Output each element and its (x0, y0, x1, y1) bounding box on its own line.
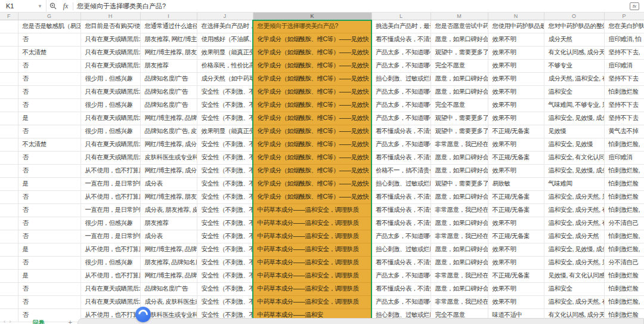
cell-H1[interactable]: 您目前是否有购买/使用美 (80, 20, 140, 33)
cell-N4[interactable]: 效果不明 (488, 59, 544, 72)
cell-P16[interactable]: 分不清自己 (604, 217, 644, 230)
cell-F20[interactable] (0, 269, 18, 282)
cell-N2[interactable]: 效果不明 (488, 33, 544, 46)
cell-H4[interactable]: 只有在夏天或晒黑后才 (80, 59, 140, 72)
cell-M18[interactable]: 愿意，如果口碑好会尝 (431, 243, 488, 256)
cell-F22[interactable] (0, 295, 18, 308)
cell-O7[interactable]: 气味难闻, 不够专业, 见 (544, 98, 604, 112)
cell-G1[interactable]: 您是否是敏感肌（易泛红 (18, 20, 80, 33)
cell-P10[interactable]: 怕刺激烂脸, (604, 138, 644, 151)
cell-P1[interactable]: 您在美白护肤 (604, 20, 644, 33)
cell-F17[interactable] (0, 230, 18, 243)
cell-N10[interactable]: 效果不明 (488, 138, 544, 151)
cell-O16[interactable]: 温和安全, 成分天然, 有 (544, 217, 604, 230)
cell-F9[interactable] (0, 125, 18, 138)
cell-J18[interactable]: 安全性（不刺激、不致 (197, 243, 253, 256)
cell-J15[interactable]: 安全性（不刺激、不致 (197, 203, 253, 217)
cell-P13[interactable]: 怕刺激烂脸 (604, 177, 644, 190)
cell-G5[interactable]: 否 (18, 72, 80, 85)
cell-F14[interactable] (0, 190, 18, 203)
cell-L16[interactable]: 看不懂成分表，不清楚 (371, 217, 431, 230)
cell-G10[interactable]: 不太清楚 (18, 138, 80, 151)
cell-F1[interactable] (0, 20, 18, 33)
cell-N13[interactable]: 易致敏 (488, 177, 544, 190)
cell-M20[interactable]: 非常愿意，我已经在使 (431, 269, 488, 282)
cell-O13[interactable]: 气味难闻 (544, 177, 604, 190)
cell-P5[interactable]: 坚持不下去 (604, 72, 644, 85)
cell-J6[interactable]: 安全性（不刺激、不致 (197, 85, 253, 98)
cell-L4[interactable]: 产品太多，不知道哪个 (371, 59, 431, 72)
cell-J20[interactable]: 安全性（不刺激、不致 (197, 269, 253, 282)
cell-J22[interactable]: 安全性（不刺激、不致 (197, 295, 253, 308)
cell-L6[interactable]: 产品太多，不知道哪个 (371, 85, 431, 98)
cell-M14[interactable]: 愿意，如果口碑好会尝 (431, 190, 488, 203)
cell-M15[interactable]: 非常愿意，我已经在使 (431, 203, 488, 217)
cell-J21[interactable]: 安全性（不刺激、不致 (197, 282, 253, 295)
cell-P7[interactable]: 坚持不下去 (604, 98, 644, 112)
cell-M4[interactable]: 完全不愿意 (431, 59, 488, 72)
cell-O10[interactable]: 温和安全, 见效慢 (544, 138, 604, 151)
cell-M5[interactable]: 愿意，如果口碑好会尝 (431, 72, 488, 85)
cell-O14[interactable]: 温和安全, 成分天然, 见 (544, 190, 604, 203)
cell-I13[interactable]: 成分表 (140, 177, 197, 190)
cell-L17[interactable]: 产品太多，不知道哪个 (371, 230, 431, 243)
cell-N19[interactable]: 效果不明 (488, 256, 544, 269)
cell-J8[interactable]: 安全性（不刺激、不致 (197, 112, 253, 125)
cell-I15[interactable]: 成分表, 朋友推荐, 皮肤 (140, 203, 197, 217)
cell-I1[interactable]: 您通常通过什么途径决定 (140, 20, 197, 33)
name-box[interactable]: K1 ▼ (0, 0, 47, 13)
cell-O5[interactable]: 成分天然, 温和安全, 有 (544, 72, 604, 85)
cell-H5[interactable]: 很少用，但感兴趣 (80, 72, 140, 85)
cell-I19[interactable]: 朋友推荐, 品牌知名度/ (140, 256, 197, 269)
cell-F11[interactable] (0, 151, 18, 164)
cell-I8[interactable]: 网红/博主推荐, 品牌知 (140, 112, 197, 125)
cell-L12[interactable]: 价格不一，搞不清贵价 (371, 164, 431, 177)
formula-bar-toggle-icon[interactable]: fx (630, 2, 639, 10)
cell-O21[interactable]: 温和安全 (544, 282, 604, 295)
cell-K16[interactable]: 中药草本成分——温和安全，调理肤质 (253, 217, 371, 230)
cell-I17[interactable]: 成分表 (140, 230, 197, 243)
column-header-H[interactable]: H (80, 13, 140, 20)
cell-O12[interactable]: 温和安全, 见效慢, 成分 (544, 164, 604, 177)
cell-I12[interactable]: 网红/博主推荐, 成分表 (140, 164, 197, 177)
cell-I4[interactable]: 朋友推荐 (140, 59, 197, 72)
column-header-J[interactable]: J (197, 13, 253, 20)
cell-F6[interactable] (0, 85, 18, 98)
cell-O18[interactable]: 温和安全, 见效慢, 成分 (544, 243, 604, 256)
cell-P9[interactable]: 黄气去不掉 (604, 125, 644, 138)
cell-P17[interactable]: 怕刺激烂脸, (604, 230, 644, 243)
cell-J7[interactable]: 安全性（不刺激、不致 (197, 98, 253, 112)
cell-N5[interactable]: 效果不明 (488, 72, 544, 85)
cell-K21[interactable]: 中药草本成分——温和安全，调理肤质 (253, 282, 371, 295)
cell-H13[interactable]: 一直在用，是日常护肤 (80, 177, 140, 190)
cell-O9[interactable]: 见效慢 (544, 125, 604, 138)
cell-F7[interactable] (0, 98, 18, 112)
cell-P11[interactable]: 痘印难消 (604, 151, 644, 164)
cell-N18[interactable]: 效果不明 (488, 243, 544, 256)
cell-N3[interactable]: 效果不明 (488, 46, 544, 59)
cell-J2[interactable]: 使用感好（不油腻、易 (197, 33, 253, 46)
cell-F4[interactable] (0, 59, 18, 72)
cell-F5[interactable] (0, 72, 18, 85)
cell-O8[interactable]: 温和安全, 见效慢, 成分 (544, 112, 604, 125)
cell-K14[interactable]: 化学成分（如烟酰胺、维C等）——见效快 (253, 190, 371, 203)
cell-G9[interactable]: 否 (18, 125, 80, 138)
cell-J13[interactable]: 安全性（不刺激、不致 (197, 177, 253, 190)
cell-K20[interactable]: 中药草本成分——温和安全，调理肤质 (253, 269, 371, 282)
cell-O1[interactable]: 您对中药护肤品的整体印 (544, 20, 604, 33)
column-header-F[interactable]: F (0, 13, 18, 20)
cell-F18[interactable] (0, 243, 18, 256)
cell-G22[interactable]: 否 (18, 295, 80, 308)
cell-G14[interactable]: 否 (18, 190, 80, 203)
cell-G12[interactable]: 否 (18, 164, 80, 177)
cell-P4[interactable]: 痘印难消 (604, 59, 644, 72)
cell-H21[interactable]: 只有在夏天或晒黑后才 (80, 282, 140, 295)
cell-M8[interactable]: 观望中，需要更多了解 (431, 112, 488, 125)
cell-I16[interactable]: 朋友推荐 (140, 217, 197, 230)
cell-G8[interactable]: 是 (18, 112, 80, 125)
cell-O15[interactable]: 温和安全, 成分天然, 有 (544, 203, 604, 217)
cell-N22[interactable]: 效果不明 (488, 295, 544, 308)
cell-K6[interactable]: 化学成分（如烟酰胺、维C等）——见效快 (253, 85, 371, 98)
cell-H7[interactable]: 很少用，但感兴趣 (80, 98, 140, 112)
cell-G7[interactable]: 否 (18, 98, 80, 112)
